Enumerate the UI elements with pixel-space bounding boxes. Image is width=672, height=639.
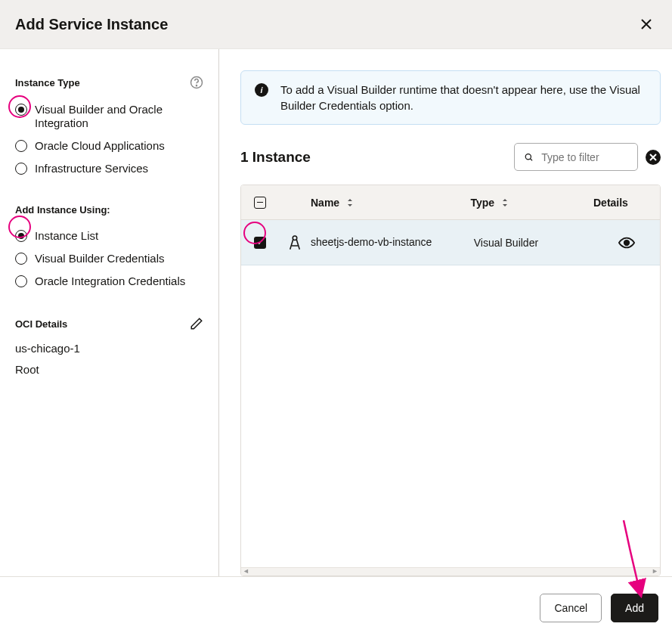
oci-details-title: OCI Details bbox=[15, 318, 67, 330]
help-icon[interactable] bbox=[190, 76, 203, 89]
radio-oracle-cloud-apps[interactable]: Oracle Cloud Applications bbox=[15, 135, 203, 157]
row-checkbox[interactable]: ✓ bbox=[254, 237, 266, 249]
radio-vb-oracle-integration[interactable]: Visual Builder and Oracle Integration bbox=[15, 98, 203, 135]
dialog-header: Add Service Instance bbox=[0, 0, 672, 49]
filter-input-wrapper[interactable] bbox=[514, 143, 638, 171]
svg-point-2 bbox=[525, 154, 531, 159]
radio-label: Oracle Cloud Applications bbox=[35, 139, 165, 153]
oci-region: us-chicago-1 bbox=[15, 340, 203, 358]
select-all-checkbox[interactable] bbox=[254, 197, 266, 209]
radio-label: Oracle Integration Credentials bbox=[35, 275, 185, 288]
search-icon bbox=[524, 151, 534, 163]
radio-icon bbox=[15, 275, 27, 287]
sidebar: Instance Type Visual Builder and Oracle … bbox=[0, 49, 219, 576]
radio-label: Visual Builder and Oracle Integration bbox=[35, 103, 203, 130]
table-row[interactable]: ✓ sheetjs-demo-vb-instance Visual Builde… bbox=[241, 220, 660, 265]
info-icon: i bbox=[255, 83, 268, 97]
column-details: Details bbox=[593, 197, 660, 209]
info-banner: i To add a Visual Builder runtime that d… bbox=[240, 70, 661, 125]
instance-type-title: Instance Type bbox=[15, 77, 80, 88]
radio-icon bbox=[15, 163, 27, 175]
table-header: Name Type Details bbox=[241, 185, 660, 220]
add-using-group: Instance List Visual Builder Credentials… bbox=[15, 225, 203, 293]
column-type-label: Type bbox=[470, 197, 494, 209]
instances-table: Name Type Details ✓ bbox=[240, 185, 661, 576]
add-label: Add bbox=[625, 602, 644, 614]
radio-icon bbox=[15, 230, 27, 242]
filter-input[interactable] bbox=[541, 151, 628, 163]
close-icon bbox=[640, 18, 652, 30]
column-name[interactable]: Name bbox=[311, 197, 470, 209]
add-button[interactable]: Add bbox=[611, 594, 658, 622]
radio-icon bbox=[15, 253, 27, 265]
sort-icon bbox=[500, 198, 509, 207]
oci-compartment: Root bbox=[15, 361, 203, 379]
compass-icon bbox=[287, 234, 302, 251]
row-name: sheetjs-demo-vb-instance bbox=[311, 235, 474, 249]
eye-icon[interactable] bbox=[618, 237, 635, 249]
column-name-label: Name bbox=[311, 197, 339, 209]
dialog-title: Add Service Instance bbox=[15, 16, 168, 33]
radio-icon bbox=[15, 140, 27, 152]
row-type: Visual Builder bbox=[474, 237, 593, 249]
horizontal-scrollbar[interactable] bbox=[241, 567, 660, 575]
radio-label: Instance List bbox=[35, 229, 98, 243]
x-icon bbox=[649, 154, 657, 161]
pencil-icon[interactable] bbox=[190, 317, 203, 330]
instance-type-group: Visual Builder and Oracle Integration Or… bbox=[15, 98, 203, 180]
sort-icon bbox=[345, 198, 355, 207]
svg-point-1 bbox=[196, 85, 197, 86]
clear-filter-button[interactable] bbox=[646, 150, 661, 165]
radio-infra-services[interactable]: Infrastructure Services bbox=[15, 157, 203, 180]
cancel-button[interactable]: Cancel bbox=[540, 594, 602, 622]
info-text: To add a Visual Builder runtime that doe… bbox=[280, 82, 646, 113]
svg-point-4 bbox=[624, 240, 629, 244]
radio-vb-credentials[interactable]: Visual Builder Credentials bbox=[15, 247, 203, 270]
radio-oi-credentials[interactable]: Oracle Integration Credentials bbox=[15, 270, 203, 293]
radio-label: Visual Builder Credentials bbox=[35, 252, 164, 265]
add-using-title: Add Instance Using: bbox=[15, 204, 110, 216]
cancel-label: Cancel bbox=[554, 602, 587, 614]
main-panel: i To add a Visual Builder runtime that d… bbox=[219, 49, 672, 576]
instance-count: 1 Instance bbox=[240, 149, 311, 166]
column-type[interactable]: Type bbox=[470, 197, 593, 209]
radio-instance-list[interactable]: Instance List bbox=[15, 225, 203, 247]
dialog-footer: Cancel Add bbox=[0, 576, 672, 639]
radio-icon bbox=[15, 104, 27, 116]
close-button[interactable] bbox=[636, 14, 657, 35]
svg-point-3 bbox=[293, 235, 297, 240]
radio-label: Infrastructure Services bbox=[35, 162, 148, 175]
